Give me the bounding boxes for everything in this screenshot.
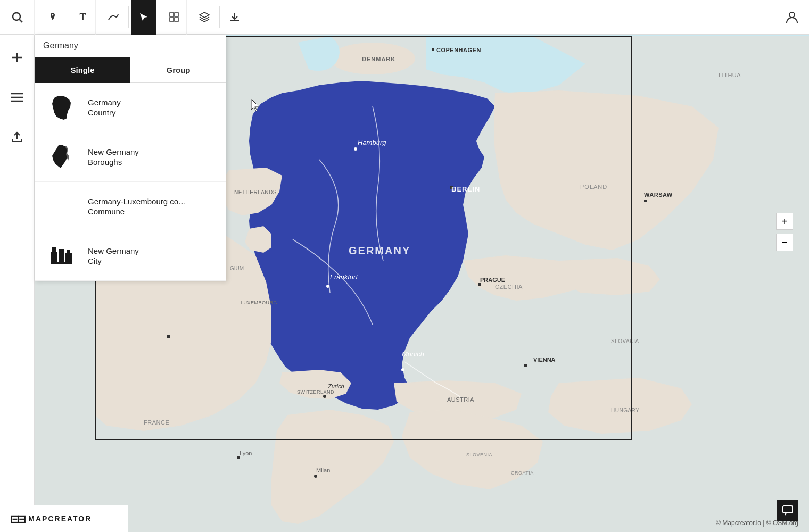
new-germany-boroughs-icon xyxy=(45,141,77,173)
svg-rect-57 xyxy=(67,250,70,253)
svg-line-42 xyxy=(20,20,23,23)
svg-text:Milan: Milan xyxy=(316,467,330,473)
svg-text:SLOVENIA: SLOVENIA xyxy=(466,452,492,458)
svg-text:HUNGARY: HUNGARY xyxy=(611,408,639,413)
svg-text:PRAGUE: PRAGUE xyxy=(480,277,505,283)
svg-rect-45 xyxy=(170,18,174,21)
zoom-plus-button[interactable]: + xyxy=(776,213,793,230)
svg-text:LUXEMBOURG: LUXEMBOURG xyxy=(241,300,277,305)
select-tool-button[interactable] xyxy=(131,0,156,35)
new-germany-city-text: New Germany City xyxy=(88,246,139,267)
svg-rect-12 xyxy=(167,335,170,338)
svg-rect-3 xyxy=(432,48,434,51)
text-tool-button[interactable]: T xyxy=(70,0,96,35)
commune-icon xyxy=(45,190,77,222)
tool-buttons: T xyxy=(35,0,774,35)
left-sidebar xyxy=(0,35,35,532)
svg-point-14 xyxy=(314,475,317,478)
svg-point-8 xyxy=(323,395,326,398)
logo-text: MAPCREATOR xyxy=(28,514,92,523)
chat-button[interactable] xyxy=(777,500,798,521)
line-tool-button[interactable] xyxy=(101,0,126,35)
svg-rect-58 xyxy=(51,262,72,264)
svg-point-7 xyxy=(401,368,404,371)
svg-text:FRANCE: FRANCE xyxy=(144,419,169,426)
svg-text:CROATIA: CROATIA xyxy=(511,470,534,476)
svg-rect-11 xyxy=(644,200,647,202)
svg-text:Lyon: Lyon xyxy=(240,450,252,456)
export-button[interactable] xyxy=(0,120,35,154)
svg-rect-44 xyxy=(175,13,178,16)
search-button[interactable] xyxy=(0,0,35,35)
tab-single[interactable]: Single xyxy=(35,57,130,83)
zoom-minus-button[interactable]: − xyxy=(776,234,793,251)
svg-text:AUSTRIA: AUSTRIA xyxy=(447,396,474,403)
svg-rect-59 xyxy=(783,506,793,513)
svg-text:POLAND: POLAND xyxy=(580,184,607,190)
edit-tool-button[interactable] xyxy=(161,0,187,35)
svg-text:GERMANY: GERMANY xyxy=(349,245,410,256)
svg-text:Hamburg: Hamburg xyxy=(358,138,386,146)
tab-group[interactable]: Group xyxy=(130,57,226,83)
download-tool-button[interactable] xyxy=(222,0,247,35)
svg-text:VIENNA: VIENNA xyxy=(533,356,556,363)
search-tabs: Single Group xyxy=(35,57,226,83)
search-input-row: Germany xyxy=(35,35,226,57)
svg-text:SLOVAKIA: SLOVAKIA xyxy=(611,338,639,344)
result-germany-country[interactable]: Germany Country xyxy=(35,83,226,132)
svg-rect-56 xyxy=(52,247,56,252)
new-germany-city-icon xyxy=(45,240,77,272)
logo-icon: ⊟⊟ xyxy=(11,511,24,527)
result-new-germany-boroughs[interactable]: New Germany Boroughs xyxy=(35,132,226,182)
search-results: Germany Country New Germany Boroughs Ger xyxy=(35,83,226,281)
add-button[interactable] xyxy=(0,40,35,74)
search-panel: Germany Single Group Germany Country xyxy=(35,35,226,281)
svg-point-4 xyxy=(354,147,357,151)
svg-text:CZECHIA: CZECHIA xyxy=(495,284,523,290)
svg-text:Munich: Munich xyxy=(402,350,424,358)
menu-button[interactable] xyxy=(0,80,35,114)
germany-country-icon xyxy=(45,92,77,123)
svg-rect-54 xyxy=(59,249,64,262)
logo-bar: ⊟⊟ MAPCREATOR xyxy=(0,505,128,532)
germany-country-text: Germany Country xyxy=(88,97,121,118)
svg-text:LITHUA: LITHUA xyxy=(719,72,741,78)
svg-point-47 xyxy=(789,12,795,18)
svg-point-41 xyxy=(13,13,20,20)
svg-rect-55 xyxy=(65,253,72,262)
svg-text:BERLIN: BERLIN xyxy=(451,185,480,193)
svg-text:COPENHAGEN: COPENHAGEN xyxy=(436,47,481,53)
search-input[interactable]: Germany xyxy=(43,41,218,51)
svg-text:SWITZERLAND: SWITZERLAND xyxy=(297,389,334,395)
svg-rect-53 xyxy=(51,252,57,262)
user-button[interactable] xyxy=(774,0,809,35)
result-germany-luxembourg-commune[interactable]: Germany-Luxembourg co… Commune xyxy=(35,182,226,231)
svg-text:GIUM: GIUM xyxy=(230,265,244,271)
new-germany-boroughs-text: New Germany Boroughs xyxy=(88,147,139,168)
svg-text:Frankfurt: Frankfurt xyxy=(330,273,358,281)
layers-tool-button[interactable] xyxy=(192,0,217,35)
svg-rect-9 xyxy=(478,283,481,286)
svg-text:Zurich: Zurich xyxy=(327,383,344,389)
svg-rect-10 xyxy=(524,364,527,367)
svg-text:WARSAW: WARSAW xyxy=(644,192,673,198)
svg-rect-46 xyxy=(175,18,178,21)
svg-text:NETHERLANDS: NETHERLANDS xyxy=(234,189,277,195)
svg-text:DENMARK: DENMARK xyxy=(362,56,395,62)
result-new-germany-city[interactable]: New Germany City xyxy=(35,231,226,281)
toolbar: T xyxy=(0,0,809,35)
svg-rect-43 xyxy=(170,13,174,16)
pin-tool-button[interactable] xyxy=(40,0,65,35)
germany-luxembourg-text: Germany-Luxembourg co… Commune xyxy=(88,196,186,217)
